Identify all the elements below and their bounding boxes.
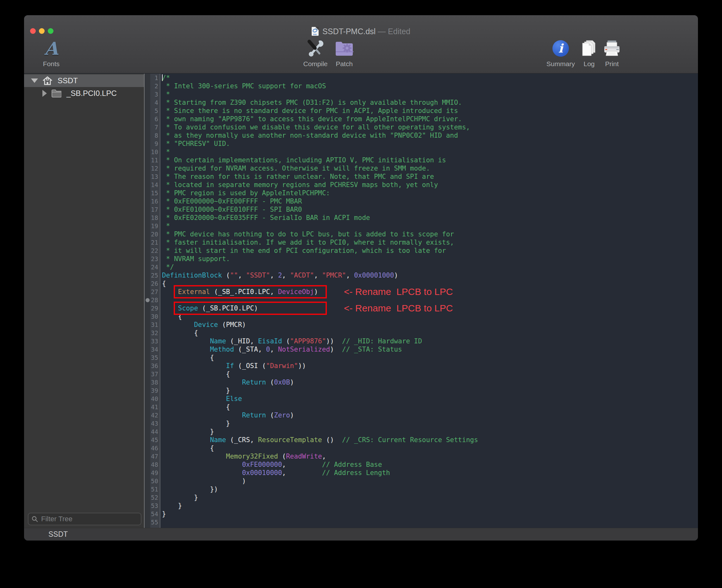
compile-button[interactable]: Compile	[303, 39, 327, 68]
code-line: }	[161, 493, 698, 502]
code-line: *	[161, 90, 698, 99]
document-icon: DSL	[312, 27, 319, 36]
chevron-right-icon[interactable]	[42, 90, 47, 97]
summary-button[interactable]: i Summary	[546, 39, 575, 68]
fonts-label: Fonts	[43, 60, 60, 68]
line-number: 20	[150, 230, 160, 238]
main-content: SSDT _SB.PCI0.LPC	[24, 74, 698, 528]
window-header: DSL SSDT-PMC.dsl — Edited A Fonts Compil…	[24, 15, 698, 74]
line-marker-dot	[146, 298, 150, 302]
tree-item-label: _SB.PCI0.LPC	[66, 89, 117, 98]
line-number: 19	[150, 222, 160, 230]
code-line: * Starting from Z390 chipsets PMC (D31:F…	[161, 99, 698, 107]
code-line: }	[161, 502, 698, 510]
line-number: 6	[150, 115, 160, 123]
code-line: * it will start in the end of PCI config…	[161, 247, 698, 255]
line-number: 42	[150, 411, 160, 419]
code-line	[161, 296, 698, 304]
code-column[interactable]: /* * Intel 300-series PMC support for ma…	[161, 74, 698, 528]
line-number: 12	[150, 164, 160, 172]
code-line: Device (PMCR)	[161, 320, 698, 329]
code-line: 0x00010000, // Address Length	[161, 469, 698, 477]
code-editor[interactable]: 1234567891011121314151617181920212223242…	[145, 74, 698, 528]
line-number: 3	[150, 90, 160, 99]
line-number: 24	[150, 263, 160, 271]
line-number: 53	[150, 502, 160, 510]
code-line: * 0xFE020000~0xFE035FFF - SerialIo BAR i…	[161, 214, 698, 222]
code-line: Method (_STA, 0, NotSerialized) // _STA:…	[161, 345, 698, 354]
code-line: * "PCHRESV" UID.	[161, 140, 698, 148]
home-icon	[42, 76, 52, 85]
line-number: 11	[150, 156, 160, 164]
line-number: 55	[150, 518, 160, 526]
filter-tree-input[interactable]	[41, 515, 137, 523]
line-number: 33	[150, 337, 160, 345]
print-button[interactable]: Print	[603, 39, 621, 68]
code-line: 0xFE000000, // Address Base	[161, 460, 698, 469]
code-lines: /* * Intel 300-series PMC support for ma…	[161, 74, 698, 528]
code-line	[161, 518, 698, 526]
status-text: SSDT	[48, 530, 68, 539]
log-label: Log	[583, 60, 594, 68]
code-line: /*	[161, 74, 698, 82]
line-number: 41	[150, 403, 160, 411]
line-number: 14	[150, 181, 160, 189]
line-number: 10	[150, 148, 160, 156]
code-line: {	[161, 444, 698, 452]
line-number: 22	[150, 247, 160, 255]
tree-item-label: SSDT	[58, 76, 78, 85]
code-line: * 0xFE000000~0xFE00FFFF - PMC MBAR	[161, 197, 698, 205]
fonts-button[interactable]: A Fonts	[43, 39, 60, 68]
sidebar: SSDT _SB.PCI0.LPC	[24, 74, 145, 528]
line-number: 23	[150, 255, 160, 263]
line-number: 27	[150, 288, 160, 296]
code-line: {	[161, 370, 698, 378]
code-line: * Since there is no standard device for …	[161, 107, 698, 115]
filter-tree-field[interactable]	[28, 513, 142, 525]
line-number: 30	[150, 312, 160, 320]
window-title-group: DSL SSDT-PMC.dsl — Edited	[24, 26, 698, 36]
summary-label: Summary	[546, 60, 575, 68]
gutter-numbers: 1234567891011121314151617181920212223242…	[150, 74, 161, 528]
code-line: *	[161, 148, 698, 156]
code-line: * The reason for this is rather unclear.…	[161, 172, 698, 181]
sidebar-item-sb-pci0-lpc[interactable]: _SB.PCI0.LPC	[24, 87, 144, 100]
log-button[interactable]: Log	[580, 39, 598, 68]
line-number: 50	[150, 477, 160, 485]
gutter-markers	[145, 74, 150, 528]
line-number: 34	[150, 345, 160, 354]
window-title: SSDT-PMC.dsl — Edited	[322, 27, 410, 36]
code-line: {	[161, 329, 698, 337]
compile-icon	[306, 39, 324, 58]
code-line: {	[161, 403, 698, 411]
code-line: * 0xFE010000~0xFE010FFF - SPI BAR0	[161, 205, 698, 214]
code-line: {	[161, 312, 698, 320]
code-line: * own naming "APP9876" to access this de…	[161, 115, 698, 123]
code-line: })	[161, 485, 698, 493]
code-line: * as they normally use another non-stand…	[161, 131, 698, 140]
line-number: 8	[150, 131, 160, 140]
code-line: * To avoid confusion we disable this dev…	[161, 123, 698, 131]
line-number: 4	[150, 99, 160, 107]
line-number: 9	[150, 140, 160, 148]
print-label: Print	[605, 60, 618, 68]
patch-button[interactable]: Patch	[335, 39, 354, 68]
code-line: * NVRAM support.	[161, 255, 698, 263]
line-number: 29	[150, 304, 160, 312]
code-line: *	[161, 222, 698, 230]
log-icon	[580, 39, 598, 58]
patch-icon	[335, 39, 354, 58]
line-number: 17	[150, 205, 160, 214]
app-window: DSL SSDT-PMC.dsl — Edited A Fonts Compil…	[24, 15, 698, 541]
line-number: 32	[150, 329, 160, 337]
code-line: Return (Zero)	[161, 411, 698, 419]
code-line: External (_SB_.PCI0.LPC, DeviceObj)	[161, 288, 698, 296]
compile-label: Compile	[303, 60, 327, 68]
code-line: * On certain implementations, including …	[161, 156, 698, 164]
code-line: Name (_CRS, ResourceTemplate () // _CRS:…	[161, 436, 698, 444]
chevron-down-icon[interactable]	[31, 79, 38, 83]
info-icon: i	[552, 40, 569, 57]
line-number: 49	[150, 469, 160, 477]
sidebar-item-ssdt[interactable]: SSDT	[24, 75, 144, 87]
code-line: Scope (_SB.PCI0.LPC)	[161, 304, 698, 312]
